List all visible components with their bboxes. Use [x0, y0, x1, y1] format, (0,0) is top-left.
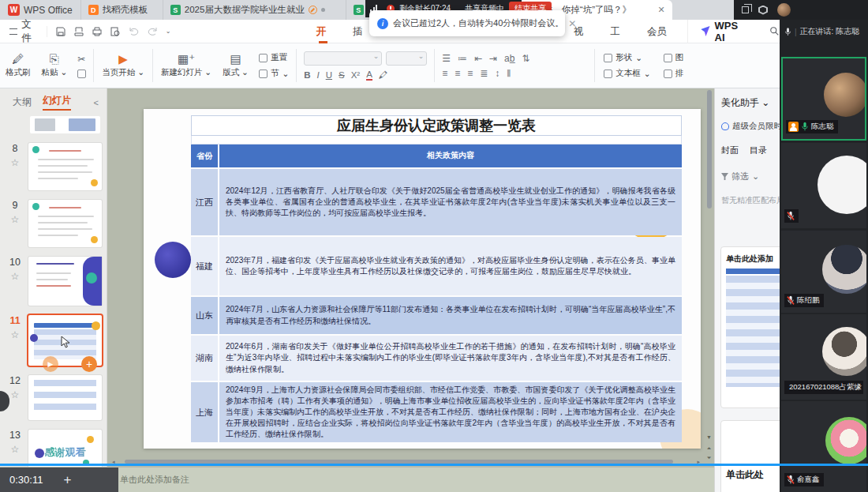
decrease-indent-icon[interactable]: ⇤ — [474, 53, 482, 64]
search-icon[interactable] — [769, 25, 780, 37]
char-spacing-icon[interactable]: ab̲ — [504, 53, 514, 64]
highlight-button[interactable]: 🖍 — [379, 70, 388, 80]
slide-thumbnail-partial[interactable] — [30, 116, 100, 133]
line-spacing-icon[interactable]: ↕ — [495, 68, 499, 79]
play-from-slide-button[interactable]: ▶ — [43, 356, 58, 372]
editing-canvas[interactable]: 应届生身份认定政策调整一览表 省份 相关政策内容 江西2024年12月，江西省教… — [107, 88, 705, 468]
align-left-icon[interactable]: ≡ — [442, 68, 447, 79]
filter-button[interactable]: 筛选 ⌄ — [715, 156, 780, 182]
timer-add-button[interactable]: + — [63, 472, 71, 488]
font-family-select[interactable] — [304, 51, 382, 66]
menu-tab-0[interactable]: 开始 — [305, 20, 342, 43]
next-slide-icon[interactable]: ⏷ — [705, 455, 713, 461]
undo-icon[interactable] — [128, 26, 140, 37]
meeting-mode-icon[interactable] — [758, 6, 768, 15]
slide-layout-button[interactable]: ▤ 版式 ⌄ — [217, 43, 254, 88]
previous-slide-icon[interactable]: ⏶ — [705, 445, 713, 452]
bold-button[interactable]: B — [304, 70, 310, 80]
arrange-button[interactable]: 排 — [664, 68, 684, 79]
strikethrough-button[interactable]: S — [339, 70, 345, 80]
print-icon[interactable] — [92, 26, 103, 37]
participant-tile[interactable]: 俞嘉鑫 — [781, 401, 866, 492]
favorite-star-icon[interactable]: ☆ — [11, 389, 20, 400]
participant-tile[interactable]: 陈绍鹏 — [781, 231, 866, 313]
tab-toc[interactable]: 目录 — [750, 145, 767, 156]
insert-slide-button[interactable]: + — [81, 356, 97, 372]
textbox-button[interactable]: 文本框 ⌄ — [604, 68, 650, 79]
justify-icon[interactable]: ≣ — [480, 68, 488, 79]
wps-ai-button[interactable]: WPS AI — [687, 20, 758, 43]
text-direction-icon[interactable]: ⇅ — [522, 53, 529, 64]
document-tab[interactable]: S2025届大数据学院毕业生就业 — [163, 0, 346, 20]
export-icon[interactable] — [73, 26, 84, 37]
qat-caret-icon[interactable]: ⌄ — [166, 28, 171, 35]
close-tab-icon[interactable]: ✕ — [658, 5, 665, 15]
tab-slides[interactable]: 幻灯片 — [43, 94, 71, 111]
font-size-select[interactable] — [386, 51, 427, 66]
tab-cover[interactable]: 封面 — [721, 145, 739, 156]
bullet-list-icon[interactable]: ☰ — [442, 53, 451, 64]
shapes-button[interactable]: 形状 ⌄ — [604, 52, 650, 63]
underline-button[interactable]: U — [326, 70, 332, 80]
columns-icon[interactable]: ⫴ — [507, 68, 511, 79]
font-color-button[interactable]: A — [366, 69, 372, 81]
slide-thumbnail-13[interactable]: 感谢观看 — [28, 430, 102, 467]
restore-window-icon[interactable] — [742, 6, 749, 13]
align-right-icon[interactable]: ≡ — [467, 68, 473, 79]
template-card[interactable]: 单击此处添加 — [720, 246, 780, 408]
host-badge-icon — [788, 122, 799, 132]
participant-name: 陈志聪 — [811, 122, 834, 132]
favorite-star-icon[interactable]: ☆ — [11, 329, 20, 340]
notes-input[interactable]: 单击此处添加备注 — [107, 468, 714, 492]
vertical-scroll-thumb[interactable] — [707, 90, 712, 208]
play-from-current-button[interactable]: ▶ 当页开始 ⌄ — [96, 43, 150, 88]
slide-title[interactable]: 应届生身份认定政策调整一览表 — [191, 115, 682, 136]
user-avatar[interactable] — [777, 3, 791, 17]
template-card[interactable]: 单击此处 — [720, 420, 780, 492]
participant-tile[interactable]: 202167021088占紫缘 — [781, 314, 866, 400]
slide-thumbnail-8[interactable] — [28, 143, 102, 190]
document-tab[interactable]: D找稻壳模板 — [80, 0, 163, 20]
section-button[interactable]: 节 ⌄ — [259, 68, 289, 79]
italic-button[interactable]: I — [317, 70, 320, 80]
slide-thumbnail-12[interactable] — [28, 375, 102, 420]
reset-button[interactable]: 重置 — [259, 52, 289, 63]
menu-tab-9[interactable]: 会员专享 — [636, 20, 687, 43]
favorite-star-icon[interactable]: ☆ — [11, 214, 20, 225]
beautify-title[interactable]: 美化助手 ⌄ — [715, 88, 780, 110]
new-slide-button[interactable]: ▦⁺ 新建幻灯片 ⌄ — [155, 43, 217, 88]
vip-banner[interactable]: 超级会员限时 — [715, 110, 780, 132]
scroll-down-icon[interactable]: ▼ — [705, 434, 713, 440]
increase-indent-icon[interactable]: ⇥ — [489, 53, 497, 64]
copy-icon[interactable] — [77, 69, 86, 78]
notification-close-icon[interactable]: ✕ — [568, 18, 576, 29]
no-match-text: 暂无精准匹配布局 — [715, 182, 780, 206]
slide-thumbnail-10[interactable] — [28, 257, 102, 306]
favorite-star-icon[interactable]: ☆ — [11, 271, 20, 282]
menu-tab-8[interactable]: 工具 — [599, 20, 636, 43]
current-slide[interactable]: 应届生身份认定政策调整一览表 省份 相关政策内容 江西2024年12月，江西省教… — [144, 109, 701, 449]
wps-logo[interactable]: W WPS Office — [0, 0, 80, 20]
paste-button[interactable]: ⎘ 粘贴 ⌄ — [36, 43, 73, 88]
cut-icon[interactable]: ✂ — [77, 54, 86, 65]
save-icon[interactable] — [55, 26, 66, 37]
superscript-button[interactable]: X² — [351, 70, 361, 80]
align-center-icon[interactable]: ≡ — [455, 68, 460, 79]
collapse-panel-icon[interactable]: < — [94, 98, 99, 107]
policy-table[interactable]: 省份 相关政策内容 江西2024年12月，江西省教育厅、人社厅联合印发《关于做好… — [191, 145, 682, 444]
participant-tile[interactable] — [781, 143, 866, 228]
slide-thumbnail-9[interactable] — [28, 200, 102, 247]
format-painter-button[interactable]: 🖉 格式刷 — [0, 43, 36, 88]
numbered-list-icon[interactable]: ≔ — [458, 53, 467, 64]
vertical-scrollbar[interactable]: ▼ ⏶ ⏷ — [705, 88, 713, 468]
participant-tile[interactable]: 陈志聪 — [781, 57, 866, 141]
print-preview-icon[interactable] — [110, 26, 121, 37]
redo-icon[interactable] — [147, 26, 159, 37]
tab-outline[interactable]: 大纲 — [13, 96, 32, 109]
favorite-star-icon[interactable]: ☆ — [11, 157, 20, 168]
meeting-panel: | 正在讲话: 陈志聪 陈志聪陈绍鹏202167021088占紫缘俞嘉鑫 — [780, 20, 868, 492]
file-menu-button[interactable]: 文件 — [0, 18, 47, 45]
picture-button[interactable]: 图 — [664, 52, 684, 63]
slide-thumbnail-11[interactable]: ▶+ — [28, 315, 102, 366]
favorite-star-icon[interactable]: ☆ — [11, 444, 20, 455]
